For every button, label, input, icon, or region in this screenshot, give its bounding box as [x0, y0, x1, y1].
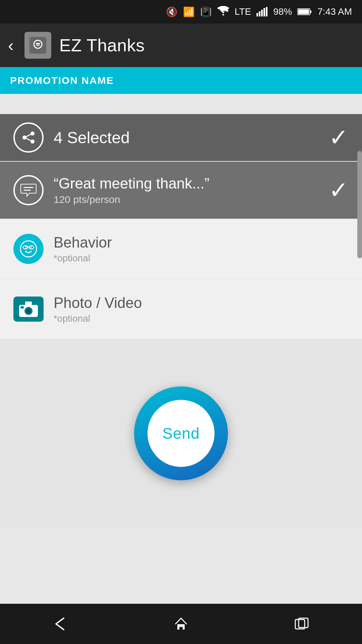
battery-percent: 98% [273, 6, 292, 17]
selected-row-left: 4 Selected [13, 122, 130, 153]
svg-point-11 [36, 43, 37, 44]
behavior-content: Behavior *optional [54, 234, 112, 264]
selected-count-label: 4 Selected [54, 128, 130, 147]
bluetooth-icon: 📶 [183, 6, 195, 17]
status-icons: 🔇 📶 📳 LTE 98% 7:43 AM [166, 6, 352, 18]
promotion-banner: PROMOTION NAME [0, 67, 362, 94]
message-preview: “Great meeting thank...” [54, 175, 209, 192]
nav-bar [0, 604, 362, 644]
send-label: Send [162, 424, 199, 442]
behavior-row[interactable]: Behavior *optional [0, 219, 362, 279]
message-checkmark: ✓ [329, 176, 349, 204]
photo-subtitle: *optional [54, 313, 142, 324]
home-nav-button[interactable] [173, 615, 189, 632]
svg-rect-8 [298, 9, 309, 14]
vibrate-icon: 📳 [200, 6, 212, 17]
svg-point-20 [20, 241, 37, 257]
share-icon [13, 122, 44, 153]
status-bar: 🔇 📶 📳 LTE 98% 7:43 AM [0, 0, 362, 23]
selected-row[interactable]: 4 Selected ✓ [0, 114, 362, 161]
back-nav-button[interactable] [52, 615, 69, 632]
svg-rect-34 [179, 627, 183, 630]
svg-point-31 [27, 309, 30, 313]
svg-rect-4 [263, 8, 265, 16]
behavior-icon [13, 234, 44, 264]
message-row-left: “Great meeting thank...” 120 pts/person [13, 175, 209, 205]
mute-icon: 🔇 [166, 6, 178, 17]
photo-title: Photo / Video [54, 294, 142, 311]
photo-content: Photo / Video *optional [54, 294, 142, 324]
svg-rect-5 [266, 7, 267, 16]
scroll-indicator [357, 151, 362, 258]
time-display: 7:43 AM [317, 6, 352, 17]
send-area: Send [0, 339, 362, 527]
app-title: EZ Thanks [59, 35, 145, 55]
svg-point-12 [39, 43, 40, 44]
chat-icon [13, 175, 44, 205]
app-icon [24, 32, 51, 59]
svg-line-16 [24, 133, 33, 138]
wifi-icon [217, 6, 229, 18]
send-button[interactable]: Send [134, 386, 228, 480]
behavior-title: Behavior [54, 234, 112, 251]
message-content: “Great meeting thank...” 120 pts/person [54, 175, 209, 205]
behavior-subtitle: *optional [54, 253, 112, 264]
lte-label: LTE [235, 6, 251, 17]
promotion-name-label: PROMOTION NAME [10, 75, 114, 86]
svg-rect-1 [256, 13, 258, 16]
signal-bars-icon [256, 7, 268, 16]
svg-point-0 [222, 14, 224, 15]
svg-rect-32 [20, 306, 24, 309]
svg-line-17 [24, 138, 33, 142]
svg-rect-23 [23, 246, 27, 249]
app-bar: ‹ EZ Thanks [0, 23, 362, 67]
send-button-inner: Send [147, 400, 215, 467]
recents-nav-button[interactable] [293, 615, 310, 632]
battery-icon [297, 8, 312, 16]
gap-spacer [0, 94, 362, 114]
svg-rect-24 [29, 246, 34, 249]
message-row[interactable]: “Great meeting thank...” 120 pts/person … [0, 162, 362, 219]
photo-video-row[interactable]: Photo / Video *optional [0, 279, 362, 339]
svg-rect-2 [259, 11, 260, 16]
back-button[interactable]: ‹ [8, 36, 14, 55]
svg-rect-3 [261, 10, 263, 16]
selected-checkmark: ✓ [329, 124, 349, 151]
svg-rect-7 [310, 10, 311, 13]
message-points: 120 pts/person [54, 194, 209, 205]
camera-icon [13, 297, 44, 322]
